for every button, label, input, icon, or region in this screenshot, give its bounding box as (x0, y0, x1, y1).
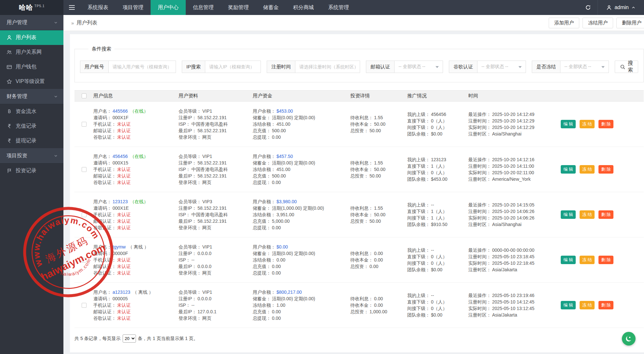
field-value: 网页 (202, 270, 211, 276)
row-checkbox[interactable] (82, 258, 87, 262)
field-value: 58.152.22.191 (197, 205, 227, 211)
row-line: 储蓄金：活期(0.00) 定期(0.00) (253, 250, 348, 257)
nav-item-system-report[interactable]: 系统报表 (80, 0, 115, 15)
edit-row-button[interactable]: 编 辑 (561, 210, 576, 219)
nav-item-user-center[interactable]: 用户中心 (151, 0, 186, 15)
freeze-user-button[interactable]: 冻结用户 (583, 18, 613, 28)
field-value: 未认证 (117, 219, 131, 224)
delete-row-button[interactable]: 删 除 (598, 256, 613, 264)
edit-row-button[interactable]: 编 辑 (561, 256, 576, 264)
email-verify-selected-value: -- 全部状态 -- (398, 64, 425, 70)
account-input[interactable] (108, 61, 176, 73)
row-checkbox[interactable] (82, 167, 87, 172)
per-page-select[interactable]: 20 (123, 334, 136, 343)
floating-action-button[interactable] (622, 332, 636, 346)
row-line: ISP：-- (179, 257, 250, 263)
freeze-row-button[interactable]: 冻 结 (580, 256, 595, 264)
delete-row-button[interactable]: 删 除 (598, 165, 613, 174)
row-line: 总充值：500.00 (253, 127, 348, 134)
nav-item-savings[interactable]: 储蓄金 (256, 0, 286, 15)
row-line: 登录环境：网页 (179, 134, 250, 140)
field-value: 2025-05-10 23:18:45 (492, 254, 534, 259)
sidebar-group-0[interactable]: 用户管理 (0, 15, 63, 30)
admin-menu[interactable]: admin (598, 0, 644, 15)
nav-item-info-manage[interactable]: 信息管理 (186, 0, 221, 15)
username-link[interactable]: 445566 (113, 108, 128, 114)
row-checkbox[interactable] (82, 303, 87, 308)
flag-icon (7, 168, 12, 174)
reg-time-input[interactable] (295, 61, 360, 73)
delete-row-button[interactable]: 删 除 (598, 301, 613, 309)
user-icon (606, 5, 612, 10)
search-button[interactable]: 搜 索 (615, 61, 638, 73)
row-actions: 编 辑冻 结删 除 (559, 256, 644, 264)
row-line: 用户名：tgymw（ 离线 ） (93, 244, 176, 250)
sidebar-item-0-3[interactable]: VIP等级设置 (0, 74, 63, 89)
username-link[interactable]: 456456 (113, 154, 128, 159)
sidebar-item-1-2[interactable]: 提现记录 (0, 134, 63, 148)
freeze-status-select[interactable]: -- 全部状态 -- (560, 61, 609, 73)
freeze-row-button[interactable]: 冻 结 (580, 210, 595, 219)
freeze-row-button[interactable]: 冻 结 (580, 120, 595, 128)
row-checkbox[interactable] (82, 212, 87, 217)
refresh-button[interactable] (579, 0, 597, 15)
content-card: 条件搜索 用户账号IP搜索注册时间邮箱认证-- 全部状态 --谷歌认证-- 全部… (70, 34, 644, 352)
row-line: 用户余额：$453.00 (253, 108, 348, 114)
field-label: 最后IP： (179, 128, 196, 133)
nav-item-points-mall[interactable]: 积分商城 (286, 0, 321, 15)
edit-row-button[interactable]: 编 辑 (561, 301, 576, 309)
field-value: VIP1 (202, 244, 212, 249)
sidebar-group-1[interactable]: 财务管理 (0, 89, 63, 104)
account-field: 用户账号 (80, 61, 176, 73)
delete-user-button[interactable]: 删除用户 (616, 18, 644, 28)
row-line: 注册时区：Asia/Shanghai (468, 221, 556, 228)
ip-input[interactable] (205, 61, 261, 73)
field-value: 1（人） (431, 215, 447, 220)
field-value: 1.55 (374, 205, 383, 211)
google-verify-select[interactable]: -- 全部状态 -- (477, 61, 526, 73)
edit-row-button[interactable]: 编 辑 (561, 165, 576, 174)
sidebar-item-0-2[interactable]: 用户钱包 (0, 60, 63, 74)
field-value: 未认证 (117, 270, 131, 276)
field-value: 0（人） (431, 299, 447, 304)
field-value: 0.00 (374, 257, 383, 262)
row-line: 直接下级：0（人） (407, 299, 466, 305)
nav-item-system-manage[interactable]: 系统管理 (321, 0, 356, 15)
edit-row-button[interactable]: 编 辑 (561, 120, 576, 128)
sidebar-group-2[interactable]: 项目投资 (0, 148, 63, 163)
field-label: 邮箱认证： (93, 173, 116, 178)
row-actions: 编 辑冻 结删 除 (559, 210, 644, 219)
field-value: 2025-10-20 14:12:49 (492, 112, 534, 117)
select-all-checkbox[interactable] (82, 93, 87, 98)
nav-item-project-manage[interactable]: 项目管理 (115, 0, 151, 15)
row-line: 待收本金：50.00 (350, 166, 405, 173)
nav-item-reward-manage[interactable]: 奖励管理 (221, 0, 256, 15)
freeze-row-button[interactable]: 冻 结 (580, 165, 595, 174)
sidebar-item-0-1[interactable]: 用户关系网 (0, 45, 63, 60)
username-link[interactable]: a123123 (113, 290, 130, 295)
chevron-down-icon (601, 66, 605, 70)
field-label: 注册时间： (468, 209, 491, 214)
field-label: 注册IP： (179, 205, 196, 211)
profile-cell: 会员等级：VIP3注册IP：58.152.22.191ISP：中国香港电讯盈科最… (179, 198, 253, 231)
row-line: 总提现：0.00 (253, 134, 348, 140)
sidebar-item-2-0[interactable]: 投资记录 (0, 163, 63, 178)
add-user-button[interactable]: 添加用户 (549, 18, 579, 28)
row-line: 团队余额：$0.00 (407, 312, 466, 318)
username-link[interactable]: 123123 (113, 199, 128, 204)
sidebar-item-1-1[interactable]: 充值记录 (0, 119, 63, 134)
field-label: 邀请码： (93, 115, 112, 120)
row-checkbox[interactable] (82, 122, 87, 127)
row-line: 总充值：0.00 (253, 308, 348, 315)
email-verify-select[interactable]: -- 全部状态 -- (394, 61, 443, 73)
username-link[interactable]: tgymw (113, 244, 126, 249)
sidebar-item-0-0[interactable]: 用户列表 (0, 30, 63, 45)
field-label: 直接下级： (407, 163, 430, 169)
hamburger-menu-icon[interactable] (63, 0, 80, 15)
field-label: 登录环境： (179, 316, 201, 321)
freeze-row-button[interactable]: 冻 结 (580, 301, 595, 309)
row-line: 邮箱认证：未认证 (93, 127, 176, 134)
delete-row-button[interactable]: 删 除 (598, 210, 613, 219)
delete-row-button[interactable]: 删 除 (598, 120, 613, 128)
sidebar-item-1-0[interactable]: 资金流水 (0, 104, 63, 119)
